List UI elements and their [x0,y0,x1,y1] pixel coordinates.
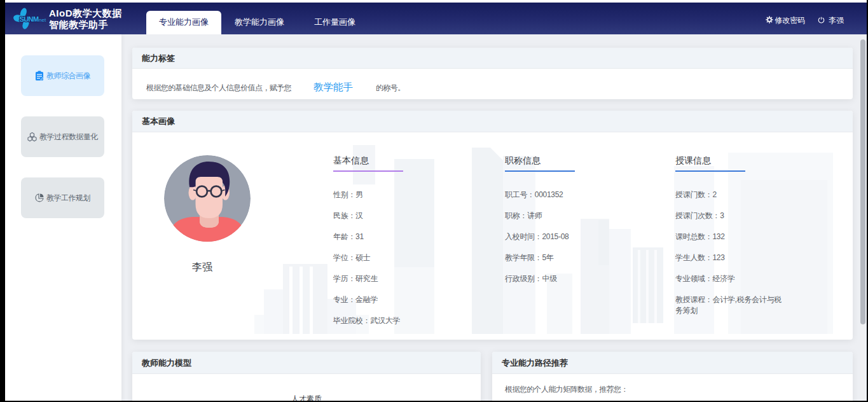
svg-text:SUNM: SUNM [20,15,39,23]
svg-text:net: net [39,17,46,23]
